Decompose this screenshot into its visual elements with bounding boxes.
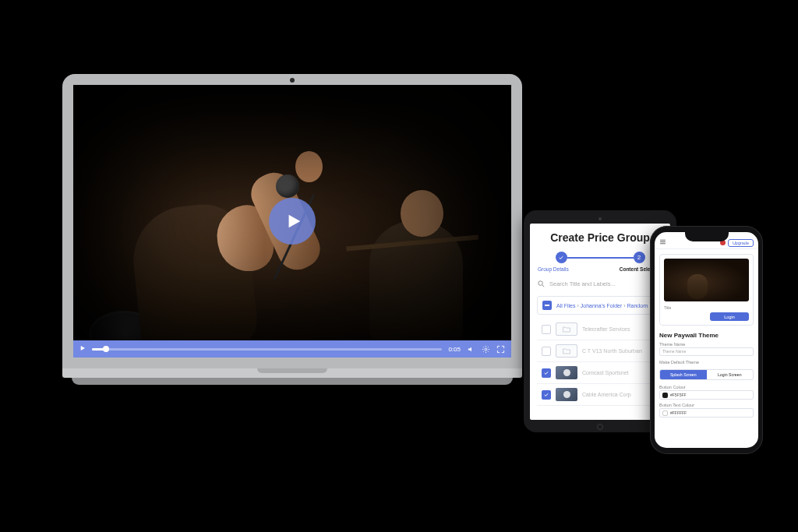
make-default-toggle[interactable]: Make Default Theme	[659, 360, 754, 365]
search-placeholder: Search Title and Labels...	[549, 280, 616, 287]
tab-login[interactable]: Login Screen	[707, 370, 754, 379]
video-controls: 0:05	[73, 340, 511, 358]
row-label: Comcast Sportsnet	[582, 370, 629, 375]
seek-bar[interactable]	[92, 348, 442, 351]
list-item[interactable]: C T V13 North Suburban	[537, 340, 663, 362]
row-checkbox[interactable]	[542, 347, 551, 356]
video-thumbnail	[556, 366, 577, 379]
tablet-screen: Create Price Group 2 Group Details Conte…	[530, 224, 670, 420]
theme-name-input[interactable]: Theme Name	[659, 347, 754, 356]
play-button[interactable]	[269, 198, 316, 245]
colour-swatch	[662, 393, 668, 398]
list-item[interactable]: Comcast Sportsnet	[537, 362, 663, 384]
section-heading: New Paywall Theme	[659, 332, 754, 339]
preview-player[interactable]	[664, 259, 749, 301]
phone-screen: Upgrade Title Login New Paywall Theme Th…	[655, 232, 758, 448]
colour-value: #FFFFFF	[670, 410, 687, 415]
row-checkbox[interactable]	[542, 390, 551, 400]
play-icon	[285, 213, 302, 230]
fullscreen-icon	[496, 345, 505, 354]
laptop-bezel: 0:05	[62, 74, 522, 368]
laptop-base	[62, 368, 522, 378]
list-item[interactable]: Telecrafter Services	[537, 319, 663, 340]
button-colour-input[interactable]: #F5F5FF	[659, 390, 754, 400]
folder-icon	[556, 344, 577, 358]
time-display: 0:05	[448, 346, 461, 353]
folder-icon	[556, 322, 577, 336]
row-label: Telecrafter Services	[582, 326, 630, 332]
hamburger-icon	[659, 238, 666, 245]
stepper: 2	[537, 252, 663, 263]
laptop-device: 0:05	[62, 74, 522, 385]
breadcrumb-row[interactable]: All Files › Johanna's Folder › Random	[537, 296, 663, 315]
row-checkbox[interactable]	[542, 325, 551, 334]
button-colour-label: Button Colour	[659, 385, 754, 389]
breadcrumb[interactable]: All Files › Johanna's Folder › Random	[556, 303, 648, 308]
row-checkbox[interactable]	[542, 368, 551, 378]
colour-swatch	[662, 410, 668, 416]
fullscreen-button[interactable]	[496, 345, 505, 354]
row-label: C T V13 North Suburban	[582, 348, 642, 354]
laptop-camera	[290, 78, 295, 83]
select-all-checkbox[interactable]	[542, 301, 552, 310]
screen-tabs: Splash Screen Login Screen	[659, 369, 754, 380]
preview-title: Title	[664, 305, 749, 310]
play-icon	[79, 345, 86, 351]
upgrade-button[interactable]: Upgrade	[728, 239, 754, 247]
list-item[interactable]: Cable America Corp	[537, 384, 663, 406]
step-2[interactable]: 2	[634, 252, 645, 263]
video-thumbnail	[556, 388, 577, 401]
row-label: Cable America Corp	[582, 392, 631, 397]
volume-icon	[467, 345, 475, 354]
volume-button[interactable]	[467, 345, 475, 354]
paywall-preview: Title Login	[659, 254, 754, 326]
check-icon	[543, 392, 549, 398]
step-1[interactable]	[556, 252, 567, 263]
theme-name-label: Theme Name	[659, 342, 754, 347]
colour-value: #F5F5FF	[670, 393, 687, 397]
menu-button[interactable]	[659, 238, 666, 246]
page-title: Create Price Group	[537, 231, 663, 244]
button-text-colour-label: Button Text Colour	[659, 403, 754, 407]
search-input[interactable]: Search Title and Labels...	[537, 280, 663, 288]
tablet-home-button[interactable]	[597, 424, 603, 430]
button-text-colour-input[interactable]: #FFFFFF	[659, 408, 754, 417]
phone-device: Upgrade Title Login New Paywall Theme Th…	[650, 226, 763, 454]
step-label-1: Group Details	[538, 266, 569, 272]
gear-icon	[482, 345, 490, 354]
phone-notch	[685, 232, 729, 241]
controls-play-button[interactable]	[79, 345, 86, 353]
search-icon	[537, 280, 546, 288]
tablet-camera	[598, 217, 602, 220]
check-icon	[558, 255, 564, 261]
svg-point-1	[538, 281, 543, 286]
video-player[interactable]: 0:05	[73, 85, 511, 358]
settings-button[interactable]	[482, 345, 490, 354]
svg-point-0	[485, 348, 487, 351]
check-icon	[543, 370, 549, 376]
login-button[interactable]: Login	[710, 312, 749, 321]
tab-splash[interactable]: Splash Screen	[660, 370, 707, 379]
